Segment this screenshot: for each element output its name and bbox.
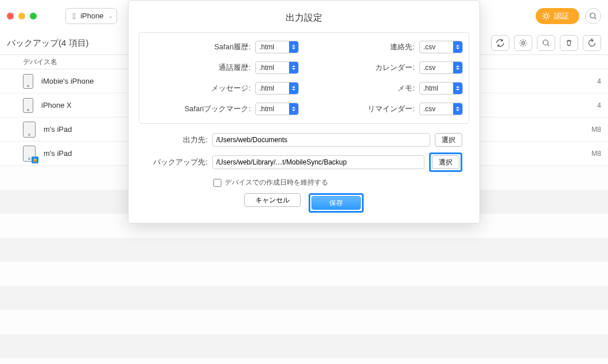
ipad-icon: 🔒 bbox=[23, 146, 36, 162]
device-name: iPhone X bbox=[41, 101, 72, 109]
format-label: Safari履歴: bbox=[214, 42, 251, 52]
refresh-button[interactable] bbox=[491, 35, 509, 51]
format-field: Safariブックマーク:.html bbox=[145, 103, 299, 115]
output-path-input[interactable] bbox=[212, 133, 430, 147]
stepper-icon bbox=[289, 41, 298, 53]
format-label: 連絡先: bbox=[390, 42, 415, 52]
device-dropdown-label: iPhone bbox=[80, 11, 103, 20]
format-field: 連絡先:.csv bbox=[309, 41, 463, 53]
device-name: m's iPad bbox=[44, 125, 72, 134]
format-select-value: .html bbox=[259, 84, 274, 92]
page-title: バックアップ(4 項目) bbox=[7, 38, 89, 49]
svg-point-11 bbox=[522, 42, 525, 45]
format-select-value: .html bbox=[259, 64, 274, 72]
delete-button[interactable] bbox=[560, 35, 578, 51]
svg-line-10 bbox=[595, 17, 597, 19]
format-select[interactable]: .csv bbox=[419, 41, 463, 53]
format-select[interactable]: .html bbox=[255, 103, 299, 115]
dialog-actions: キャンセル 保存 bbox=[146, 193, 462, 213]
format-label: メッセージ: bbox=[211, 83, 251, 93]
format-select[interactable]: .csv bbox=[419, 61, 463, 74]
svg-point-9 bbox=[590, 13, 595, 18]
format-label: Safariブックマーク: bbox=[184, 104, 251, 114]
output-settings-dialog: 出力設定 Safari履歴:.html連絡先:.csv通話履歴:.htmlカレン… bbox=[128, 0, 480, 224]
col-device-name: デバイス名 bbox=[23, 57, 57, 67]
traffic-lights bbox=[7, 13, 37, 19]
format-select[interactable]: .csv bbox=[419, 103, 463, 115]
lock-badge-icon: 🔒 bbox=[32, 156, 38, 163]
device-trailing-text: M8 bbox=[591, 126, 601, 134]
search-button[interactable] bbox=[537, 35, 555, 51]
format-select-value: .csv bbox=[423, 43, 435, 51]
close-icon[interactable] bbox=[7, 13, 14, 19]
device-name: m's iPad bbox=[44, 149, 72, 158]
format-field: カレンダー:.csv bbox=[309, 61, 463, 74]
format-select[interactable]: .html bbox=[255, 61, 299, 74]
ipad-icon bbox=[23, 122, 36, 138]
highlight-backup-choose: 選択 bbox=[429, 152, 462, 172]
path-area: 出力先: 選択 バックアップ先: 選択 デバイスでの作成日時を維持する キャンセ… bbox=[128, 132, 480, 213]
format-select-value: .html bbox=[259, 105, 274, 113]
svg-line-7 bbox=[543, 18, 544, 19]
global-search-button[interactable] bbox=[585, 8, 601, 24]
undo-icon bbox=[587, 38, 597, 48]
auth-button[interactable]: 認証 bbox=[536, 8, 579, 24]
format-label: リマインダー: bbox=[368, 104, 415, 114]
format-label: メモ: bbox=[397, 83, 415, 93]
stepper-icon bbox=[453, 41, 462, 53]
auth-button-label: 認証 bbox=[554, 11, 569, 21]
chevron-down-icon: ⌄ bbox=[108, 13, 113, 19]
backup-path-label: バックアップ先: bbox=[146, 157, 208, 167]
device-trailing-text: M8 bbox=[591, 150, 601, 158]
svg-line-5 bbox=[543, 13, 544, 14]
backup-path-input[interactable] bbox=[212, 155, 424, 169]
svg-line-6 bbox=[548, 18, 549, 19]
format-label: 通話履歴: bbox=[219, 62, 251, 73]
format-label: カレンダー: bbox=[375, 62, 415, 73]
stepper-icon bbox=[453, 83, 462, 94]
iphone-icon bbox=[23, 98, 33, 113]
search-icon bbox=[589, 12, 597, 20]
format-select-value: .html bbox=[259, 43, 274, 51]
stepper-icon bbox=[453, 103, 462, 115]
format-select-value: .csv bbox=[423, 105, 435, 113]
format-select[interactable]: .html bbox=[255, 41, 299, 53]
stepper-icon bbox=[289, 103, 298, 115]
format-select[interactable]: .html bbox=[255, 82, 299, 95]
format-select-value: .html bbox=[423, 84, 438, 92]
fullscreen-icon[interactable] bbox=[30, 13, 37, 19]
settings-button[interactable] bbox=[514, 35, 532, 51]
apple-logo-icon:  bbox=[73, 11, 76, 21]
choose-output-button[interactable]: 選択 bbox=[435, 133, 462, 147]
gear-icon bbox=[519, 38, 528, 48]
device-trailing-text: 4 bbox=[597, 77, 601, 85]
search-icon bbox=[542, 39, 550, 47]
device-name: iMobie's iPhone bbox=[41, 77, 93, 85]
format-field: リマインダー:.csv bbox=[309, 103, 463, 115]
device-trailing-text: 4 bbox=[597, 101, 601, 109]
refresh-icon bbox=[496, 38, 505, 48]
save-button[interactable]: 保存 bbox=[311, 196, 361, 210]
format-field: Safari履歴:.html bbox=[145, 41, 299, 53]
svg-line-8 bbox=[548, 13, 549, 14]
sun-icon bbox=[541, 11, 551, 21]
keep-date-checkbox[interactable] bbox=[213, 179, 221, 187]
cancel-button[interactable]: キャンセル bbox=[244, 193, 301, 207]
device-dropdown[interactable]:  iPhone ⌄ bbox=[65, 8, 117, 24]
keep-date-row: デバイスでの作成日時を維持する bbox=[146, 178, 462, 187]
choose-backup-button[interactable]: 選択 bbox=[432, 155, 459, 169]
format-select[interactable]: .html bbox=[419, 82, 463, 95]
format-field: 通話履歴:.html bbox=[145, 61, 299, 74]
keep-date-label: デバイスでの作成日時を維持する bbox=[225, 178, 328, 187]
format-select-value: .csv bbox=[423, 64, 435, 72]
minimize-icon[interactable] bbox=[18, 13, 25, 19]
restore-button[interactable] bbox=[583, 35, 601, 51]
stepper-icon bbox=[453, 62, 462, 73]
backup-path-row: バックアップ先: 選択 bbox=[146, 152, 462, 172]
format-field: メッセージ:.html bbox=[145, 82, 299, 95]
trash-icon bbox=[565, 39, 573, 47]
svg-line-13 bbox=[548, 45, 549, 46]
stepper-icon bbox=[289, 62, 298, 73]
output-path-row: 出力先: 選択 bbox=[146, 133, 462, 147]
dialog-title: 出力設定 bbox=[128, 1, 480, 32]
